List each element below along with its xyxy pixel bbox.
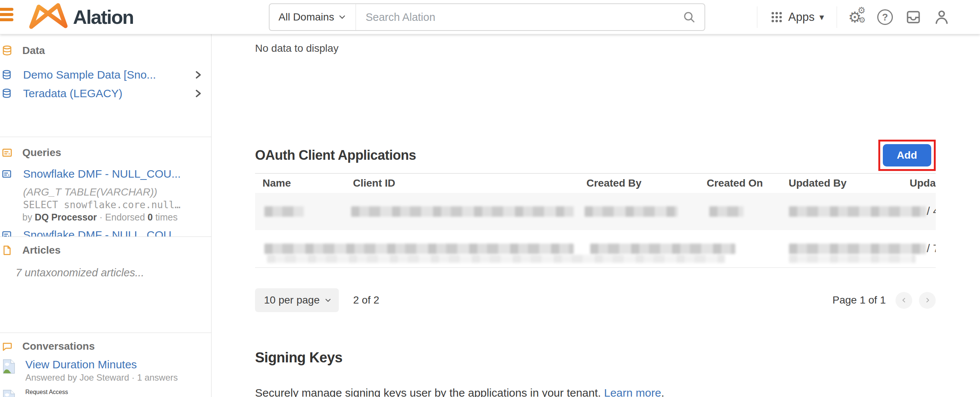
- add-oauth-client-button[interactable]: Add: [883, 144, 931, 166]
- database-icon: [2, 88, 12, 99]
- database-icon: [2, 70, 12, 80]
- signing-keys-title: Signing Keys: [255, 348, 936, 367]
- sidebar-section-conversations: Conversations View Duration Minutes Answ…: [0, 333, 211, 397]
- alation-bowtie-icon: [27, 2, 72, 32]
- apps-label: Apps: [788, 10, 815, 24]
- redacted-cell: [590, 244, 735, 254]
- domain-filter-dropdown[interactable]: All Domains: [270, 4, 356, 30]
- table-row[interactable]: / 4: [255, 193, 936, 230]
- conversation-thumbnail-icon: [2, 389, 16, 397]
- redacted-cell: [264, 206, 304, 217]
- articles-section-header[interactable]: Articles: [0, 243, 211, 258]
- main-content: No data to display OAuth Client Applicat…: [212, 34, 980, 397]
- logo-text: Alation: [73, 6, 133, 28]
- section-title: Articles: [22, 244, 61, 256]
- column-header-created-by[interactable]: Created By: [586, 174, 641, 193]
- search-input[interactable]: [356, 4, 682, 30]
- conversation-icon: [2, 341, 13, 352]
- annotation-highlight-box: Add: [878, 140, 936, 171]
- redacted-cell: [789, 206, 926, 217]
- per-page-label: 10 per page: [264, 294, 320, 306]
- table-header-row: Name Client ID Created By Created On Upd…: [255, 174, 936, 193]
- sidebar-item-query-clipped[interactable]: Snowflake DMF - NULL_COU: [0, 226, 211, 236]
- page-info-label: Page 1 of 1: [832, 294, 886, 306]
- article-icon: [2, 245, 13, 256]
- inbox-button[interactable]: [905, 9, 922, 26]
- chevron-right-icon[interactable]: [193, 88, 203, 99]
- caret-down-icon: ▼: [819, 14, 824, 21]
- conversations-section-header[interactable]: Conversations: [0, 339, 211, 354]
- empty-state-text: No data to display: [255, 43, 936, 54]
- column-header-updated-on[interactable]: Updated On: [910, 174, 936, 193]
- redacted-cell: [789, 244, 926, 254]
- profile-button[interactable]: [933, 9, 950, 26]
- help-icon: ?: [877, 9, 893, 25]
- previous-page-button[interactable]: [896, 292, 912, 309]
- oauth-section-title: OAuth Client Applications: [255, 147, 416, 163]
- settings-button[interactable]: ⚙⚙⚙: [848, 9, 865, 26]
- section-title: Queries: [22, 147, 61, 159]
- column-header-created-on[interactable]: Created On: [707, 174, 763, 193]
- data-section-header[interactable]: Data: [0, 43, 211, 58]
- chevron-right-icon[interactable]: [193, 69, 203, 80]
- sidebar-item-datasource[interactable]: Demo Sample Data [Sno...: [0, 65, 211, 84]
- query-author: DQ Processor: [35, 212, 97, 222]
- oauth-heading-row: OAuth Client Applications Add: [255, 139, 936, 171]
- sidebar-section-articles: Articles 7 untaxonomized articles...: [0, 236, 211, 333]
- alation-logo[interactable]: Alation: [27, 2, 133, 32]
- top-right-controls: Apps ▼ ⚙⚙⚙ ?: [757, 0, 980, 34]
- divider: [757, 6, 757, 28]
- alation-app: Alation All Domains Apps: [0, 0, 980, 397]
- apps-menu-button[interactable]: Apps ▼: [770, 10, 824, 24]
- query-signature: (ARG_T TABLE(VARCHAR)): [0, 185, 211, 199]
- column-header-updated-by[interactable]: Updated By: [789, 174, 847, 193]
- learn-more-link[interactable]: Learn more: [604, 387, 661, 397]
- section-title: Data: [22, 45, 45, 57]
- untaxonomized-articles-note[interactable]: 7 untaxonomized articles...: [0, 267, 211, 279]
- conversation-thumbnail-icon: [2, 358, 16, 375]
- left-sidebar: Data Demo Sample Data [Sno...: [0, 34, 212, 397]
- column-header-client-id[interactable]: Client ID: [353, 174, 395, 193]
- redacted-cell: [789, 255, 916, 263]
- redacted-cell: [267, 255, 725, 263]
- sidebar-section-data: Data Demo Sample Data [Sno...: [0, 34, 211, 137]
- conversation-meta: Answered by Joe Steward · 1 answers: [25, 372, 178, 383]
- datasource-link: Teradata (LEGACY): [23, 87, 123, 100]
- hamburger-menu-icon[interactable]: [0, 8, 14, 24]
- table-row[interactable]: / 7: [255, 230, 936, 268]
- inbox-tray-icon: [905, 9, 921, 26]
- divider: [837, 6, 837, 28]
- query-icon: [2, 230, 12, 236]
- clipped-cell-text: / 4: [927, 205, 936, 217]
- clipped-cell-text: / 7: [927, 242, 936, 255]
- datasource-link: Demo Sample Data [Sno...: [23, 69, 156, 81]
- database-icon: [2, 45, 13, 56]
- sidebar-item-conversation[interactable]: View Duration Minutes Answered by Joe St…: [0, 358, 211, 383]
- top-bar: Alation All Domains Apps: [0, 0, 980, 34]
- conversation-link: View Duration Minutes: [25, 358, 178, 371]
- sidebar-item-query[interactable]: Snowflake DMF - NULL_COU...: [0, 165, 211, 182]
- query-link: Snowflake DMF - NULL_COU...: [23, 167, 181, 180]
- chevron-down-icon: [339, 14, 346, 20]
- query-icon: [2, 169, 12, 179]
- section-title: Conversations: [22, 340, 95, 352]
- domain-filter-label: All Domains: [278, 11, 334, 23]
- sidebar-item-datasource[interactable]: Teradata (LEGACY): [0, 84, 211, 103]
- search-bar: All Domains: [269, 3, 705, 31]
- redacted-cell: [709, 206, 744, 217]
- chevron-down-icon: [325, 298, 331, 303]
- sidebar-item-conversation-clipped[interactable]: Request Access: [0, 389, 211, 397]
- per-page-dropdown[interactable]: 10 per page: [255, 288, 339, 312]
- help-button[interactable]: ?: [877, 9, 894, 26]
- search-icon[interactable]: [682, 10, 696, 24]
- query-meta: by DQ Processor · Endorsed 0 times: [0, 211, 211, 223]
- row-range-label: 2 of 2: [353, 294, 379, 306]
- query-sql-preview: SELECT snowflake.core.null…: [0, 199, 211, 211]
- next-page-button[interactable]: [919, 292, 936, 309]
- apps-grid-icon: [770, 10, 783, 24]
- page-controls: Page 1 of 1: [832, 292, 936, 309]
- query-link: Snowflake DMF - NULL_COU: [23, 229, 171, 236]
- queries-section-header[interactable]: Queries: [0, 145, 211, 160]
- query-icon: [2, 147, 13, 158]
- column-header-name[interactable]: Name: [262, 174, 291, 193]
